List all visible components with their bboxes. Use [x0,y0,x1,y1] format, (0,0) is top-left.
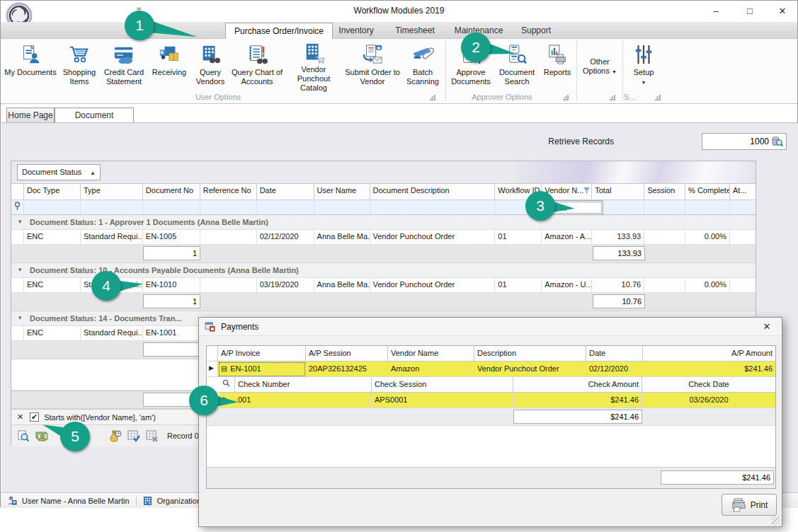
data-row-en-1005[interactable]: ENC Standard Requi... EN-1005 02/12/2020… [11,230,756,245]
dropdown-caret-icon: ▼ [642,80,646,85]
document-tab-strip: Home Page Document Search✕ [1,107,797,123]
collapse-icon: ▾ [18,266,22,273]
col-ap-session[interactable]: A/P Session [306,346,388,362]
moneybag-clock-icon[interactable] [108,429,123,443]
tab-support[interactable]: Support [516,23,556,39]
printer-icon [731,498,746,512]
dialog-launcher-icon[interactable] [430,95,435,100]
callout-2: 2 [461,33,491,62]
organization-icon [143,496,152,506]
col-document-description[interactable]: Document Description [370,184,496,200]
my-documents-button[interactable]: My Documents [2,40,59,91]
receiving-button[interactable]: Receiving [148,40,190,91]
col-check-session[interactable]: Check Session [372,377,513,393]
tab-home-page[interactable]: Home Page [6,108,55,123]
invoice-row-en-1001[interactable]: ▶ ⊟EN-1001 20AP326132425 Amazon Vendor P… [207,362,775,377]
retrieve-search-icon[interactable] [770,135,785,148]
clear-filter-icon[interactable]: ✕ [17,412,23,422]
group-footer-status-1: 1 133.93 [11,245,756,263]
maximize-button[interactable]: □ [739,4,760,19]
checks-footer-row: $241.46 [207,408,775,426]
dialog-launcher-icon[interactable] [610,95,615,100]
group-row-status-1[interactable]: ▾Document Status: 1 - Approver 1 Documen… [11,215,756,230]
group-total-box: 133.93 [593,246,645,260]
decorative-wave [515,161,756,183]
tab-inventory[interactable]: Inventory [334,23,379,39]
col-at[interactable]: At... [730,184,756,200]
minimize-button[interactable]: – [705,4,726,19]
filter-enabled-checkbox[interactable]: ✔ [30,412,39,422]
grid-check-icon[interactable] [126,429,142,443]
other-options-button[interactable]: Other Options ▼ [578,40,621,91]
grid-x-icon[interactable] [144,429,160,443]
vendor-punchout-catalog-button[interactable]: Vendor Punchout Catalog [284,40,343,91]
dropdown-caret-icon: ▼ [612,69,617,74]
grid-filter-row [11,200,756,215]
sliders-icon [634,42,654,66]
filter-funnel-icon [583,187,590,194]
retrieve-records-input[interactable] [704,135,769,148]
submit-order-icon [361,42,384,66]
group-total-box: 10.76 [593,294,645,308]
col-session[interactable]: Session [644,184,685,200]
group-by-document-status-button[interactable]: Document Status▲ [17,164,101,180]
resize-grip[interactable] [772,516,780,525]
reports-icon [547,42,568,66]
close-button[interactable]: ✕ [772,4,793,19]
dialog-launcher-icon[interactable] [563,95,569,100]
col-document-no[interactable]: Document No [143,184,200,200]
col-percent-completed[interactable]: % Completed [685,184,730,200]
status-organization: Organization [157,497,201,505]
col-user-name[interactable]: User Name [314,184,370,200]
callout-5-number: 5 [60,422,90,451]
col-check-amount[interactable]: Check Amount [513,377,642,393]
row-indicator-icon: ▶ [207,362,218,377]
col-vendor-name[interactable]: Vendor Name [388,346,474,362]
col-description[interactable]: Description [474,346,586,362]
reports-button[interactable]: Reports [540,40,575,91]
ledger-binoculars-icon [246,42,268,66]
tab-purchase-order-invoice[interactable]: Purchase Order/Invoice [225,23,333,39]
callout-3: 3 [525,191,555,221]
callout-6: 6 [189,386,219,415]
status-user-name: User Name - Anna Belle Martin [22,497,130,505]
col-ap-amount[interactable]: A/P Amount [643,346,775,362]
batch-scanning-button[interactable]: Batch Scanning [401,40,444,91]
tab-timesheet[interactable]: Timesheet [392,23,438,39]
dialog-close-icon[interactable]: ✕ [759,321,775,334]
query-vendors-button[interactable]: Query Vendors [190,40,230,91]
query-chart-of-accounts-button[interactable]: Query Chart of Accounts [230,40,284,91]
callout-1-number: 1 [125,11,154,40]
zoom-icon[interactable] [16,429,31,443]
payments-grand-total-row: $241.46 [207,467,775,488]
col-ap-invoice[interactable]: A/P Invoice [218,346,306,362]
retrieve-records-label: Retrieve Records [548,137,614,146]
group-row-status-10[interactable]: ▾Document Status: 10 - Accounts Payable … [11,263,756,278]
dialog-launcher-icon[interactable] [655,95,661,100]
status-separator [136,495,137,507]
col-check-date[interactable]: Check Date [642,377,775,393]
shopping-items-button[interactable]: Shopping Items [59,40,100,91]
payments-dialog-title: Payments [221,322,258,332]
group-footer-status-10: 1 10.76 [11,293,756,311]
collapse-icon: ▾ [18,314,22,321]
building-cart-icon [302,42,325,64]
col-total[interactable]: Total [592,184,644,200]
col-reference-no[interactable]: Reference No [200,184,257,200]
check-row-001[interactable]: ▶ 001 APS0001 $241.46 03/26/2020 [207,393,775,408]
col-date[interactable]: Date [257,184,314,200]
col-doc-type[interactable]: Doc Type [24,184,81,200]
credit-card-statement-button[interactable]: Credit Card Statement [100,40,148,91]
ribbon: My Documents Shopping Items Credit Card … [1,39,797,104]
payments-dialog: Payments ✕ A/P Invoice A/P Session Vendo… [198,317,782,527]
payments-dialog-titlebar[interactable]: Payments ✕ [199,318,782,336]
print-button[interactable]: Print [722,494,777,516]
collapse-icon: ▾ [18,218,22,225]
tab-document-search[interactable]: Document Search✕ [55,108,134,123]
col-date[interactable]: Date [586,346,643,362]
col-check-number[interactable]: Check Number [235,377,372,393]
setup-button[interactable]: Setup▼ [625,40,663,91]
detail-search-icon[interactable] [220,377,235,393]
submit-order-to-vendor-button[interactable]: Submit Order to Vendor [343,40,401,91]
col-type[interactable]: Type [81,184,143,200]
